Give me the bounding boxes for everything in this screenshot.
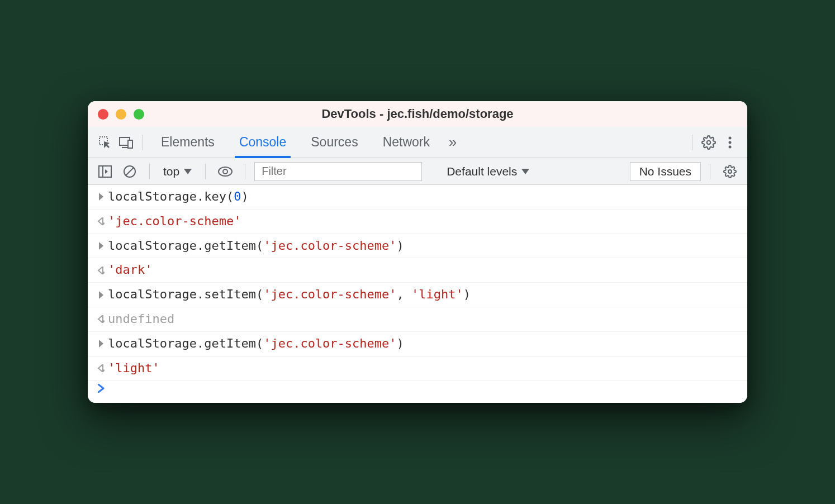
- chevron-down-icon: [521, 169, 529, 174]
- svg-line-11: [126, 168, 134, 175]
- console-output-row: undefined: [88, 307, 747, 332]
- tab-elements[interactable]: Elements: [149, 127, 227, 158]
- output-arrow-icon: [94, 267, 108, 274]
- output-arrow-icon: [94, 217, 108, 225]
- svg-point-7: [729, 145, 732, 148]
- console-output-row: 'light': [88, 356, 747, 381]
- settings-gear-icon[interactable]: [698, 132, 719, 153]
- titlebar: DevTools - jec.fish/demo/storage: [88, 101, 747, 127]
- console-row-content: localStorage.getItem('jec.color-scheme'): [108, 335, 741, 353]
- main-tabbar: Elements Console Sources Network »: [88, 127, 747, 158]
- output-arrow-icon: [94, 315, 108, 323]
- divider: [143, 135, 143, 150]
- input-arrow-icon: [94, 340, 108, 348]
- console-input-row: localStorage.setItem('jec.color-scheme',…: [88, 283, 747, 307]
- chevron-down-icon: [184, 169, 192, 174]
- tab-network[interactable]: Network: [371, 127, 442, 158]
- divider: [245, 164, 245, 179]
- clear-console-icon[interactable]: [119, 161, 140, 182]
- svg-point-17: [102, 320, 105, 322]
- console-output[interactable]: localStorage.key(0)'jec.color-scheme'loc…: [88, 185, 747, 403]
- context-selector[interactable]: top: [159, 165, 196, 178]
- window-title: DevTools - jec.fish/demo/storage: [321, 107, 513, 121]
- input-arrow-icon: [94, 291, 108, 299]
- log-levels-selector[interactable]: Default levels: [440, 165, 536, 178]
- divider: [710, 164, 710, 179]
- console-input-row: localStorage.getItem('jec.color-scheme'): [88, 234, 747, 259]
- context-label: top: [163, 165, 179, 178]
- console-toolbar: top Default levels No Issues: [88, 158, 747, 185]
- svg-point-14: [728, 170, 732, 173]
- console-row-content: 'dark': [108, 261, 741, 279]
- device-toggle-icon[interactable]: [116, 132, 137, 153]
- inspect-icon[interactable]: [94, 132, 116, 153]
- divider: [692, 135, 692, 150]
- console-output-row: 'dark': [88, 258, 747, 283]
- console-input-row: localStorage.getItem('jec.color-scheme'): [88, 332, 747, 356]
- console-row-content: localStorage.setItem('jec.color-scheme',…: [108, 286, 741, 303]
- svg-point-18: [102, 369, 105, 372]
- console-output-row: 'jec.color-scheme': [88, 210, 747, 234]
- filter-input[interactable]: [254, 162, 422, 181]
- svg-point-13: [223, 169, 227, 174]
- issues-button[interactable]: No Issues: [630, 162, 701, 181]
- levels-label: Default levels: [447, 165, 517, 178]
- close-button[interactable]: [98, 109, 108, 120]
- prompt-arrow-icon: [94, 384, 108, 393]
- console-settings-gear-icon[interactable]: [719, 161, 741, 182]
- console-row-content: undefined: [108, 311, 741, 328]
- tab-console[interactable]: Console: [227, 127, 298, 158]
- more-tabs-icon[interactable]: »: [442, 132, 463, 153]
- svg-point-4: [707, 140, 711, 144]
- traffic-lights: [98, 109, 144, 120]
- console-row-content: localStorage.key(0): [108, 188, 741, 206]
- svg-point-6: [729, 141, 732, 144]
- console-input-row: localStorage.key(0): [88, 185, 747, 210]
- svg-point-12: [219, 167, 232, 176]
- tab-sources[interactable]: Sources: [298, 127, 370, 158]
- svg-rect-3: [128, 140, 132, 148]
- devtools-window: DevTools - jec.fish/demo/storage Element…: [88, 101, 747, 403]
- divider: [205, 164, 206, 179]
- issues-label: No Issues: [639, 165, 691, 178]
- output-arrow-icon: [94, 364, 108, 372]
- svg-point-15: [102, 222, 105, 225]
- input-arrow-icon: [94, 242, 108, 250]
- live-expression-icon[interactable]: [215, 161, 236, 182]
- console-row-content: 'light': [108, 360, 741, 377]
- maximize-button[interactable]: [134, 109, 144, 120]
- minimize-button[interactable]: [116, 109, 126, 120]
- console-prompt-row: [88, 381, 747, 396]
- svg-point-5: [729, 136, 732, 139]
- svg-point-16: [102, 272, 105, 274]
- toggle-sidebar-icon[interactable]: [94, 161, 116, 182]
- input-arrow-icon: [94, 193, 108, 201]
- kebab-menu-icon[interactable]: [719, 132, 741, 153]
- console-row-content: localStorage.getItem('jec.color-scheme'): [108, 237, 741, 255]
- console-row-content: 'jec.color-scheme': [108, 213, 741, 230]
- divider: [149, 164, 150, 179]
